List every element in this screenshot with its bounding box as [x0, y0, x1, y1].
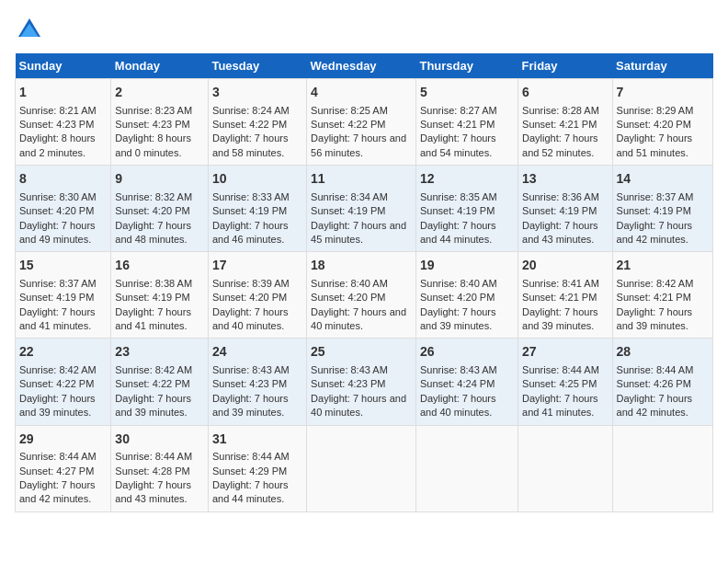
sunset: Sunset: 4:19 PM: [311, 204, 412, 218]
daylight: Daylight: 7 hours and 48 minutes.: [115, 219, 204, 247]
day-number: 7: [617, 84, 709, 102]
day-number: 4: [311, 84, 412, 102]
sunset: Sunset: 4:20 PM: [420, 291, 514, 304]
calendar-cell: 24Sunrise: 8:43 AMSunset: 4:23 PMDayligh…: [208, 339, 306, 425]
sunrise: Sunrise: 8:42 AM: [115, 363, 204, 377]
sunrise: Sunrise: 8:37 AM: [617, 190, 709, 204]
logo: [15, 15, 48, 44]
sunrise: Sunrise: 8:42 AM: [19, 363, 107, 377]
calendar-cell: 7Sunrise: 8:29 AMSunset: 4:20 PMDaylight…: [612, 79, 712, 166]
sunset: Sunset: 4:24 PM: [420, 377, 514, 391]
sunrise: Sunrise: 8:30 AM: [19, 190, 107, 204]
daylight: Daylight: 7 hours and 43 minutes.: [522, 219, 609, 247]
calendar-cell: 9Sunrise: 8:32 AMSunset: 4:20 PMDaylight…: [111, 166, 209, 252]
day-number: 17: [212, 257, 302, 275]
calendar-cell: 27Sunrise: 8:44 AMSunset: 4:25 PMDayligh…: [518, 339, 613, 425]
logo-icon: [15, 15, 44, 44]
sunset: Sunset: 4:23 PM: [19, 118, 107, 132]
sunset: Sunset: 4:19 PM: [522, 204, 609, 218]
sunset: Sunset: 4:19 PM: [212, 204, 302, 218]
calendar-cell: 6Sunrise: 8:28 AMSunset: 4:21 PMDaylight…: [518, 79, 613, 166]
calendar-cell: 22Sunrise: 8:42 AMSunset: 4:22 PMDayligh…: [16, 339, 111, 425]
sunrise: Sunrise: 8:34 AM: [311, 190, 412, 204]
calendar-cell: 19Sunrise: 8:40 AMSunset: 4:20 PMDayligh…: [415, 252, 518, 339]
day-number: 25: [311, 343, 412, 362]
calendar-cell: [415, 425, 518, 511]
sunset: Sunset: 4:20 PM: [212, 291, 302, 304]
day-number: 12: [420, 170, 514, 189]
sunset: Sunset: 4:22 PM: [212, 118, 302, 132]
calendar-cell: [518, 425, 613, 511]
sunset: Sunset: 4:21 PM: [420, 118, 514, 132]
daylight: Daylight: 7 hours and 42 minutes.: [617, 392, 709, 420]
calendar-week-0: 1Sunrise: 8:21 AMSunset: 4:23 PMDaylight…: [16, 79, 713, 166]
sunset: Sunset: 4:19 PM: [420, 204, 514, 218]
daylight: Daylight: 7 hours and 41 minutes.: [19, 305, 107, 334]
sunset: Sunset: 4:21 PM: [522, 118, 609, 132]
day-number: 16: [115, 257, 204, 275]
day-number: 23: [115, 343, 204, 362]
sunset: Sunset: 4:29 PM: [212, 465, 302, 478]
sunrise: Sunrise: 8:32 AM: [115, 190, 204, 204]
daylight: Daylight: 7 hours and 44 minutes.: [212, 478, 302, 507]
daylight: Daylight: 7 hours and 42 minutes.: [617, 219, 709, 247]
calendar-cell: 25Sunrise: 8:43 AMSunset: 4:23 PMDayligh…: [307, 339, 416, 425]
sunset: Sunset: 4:23 PM: [311, 377, 412, 391]
daylight: Daylight: 7 hours and 46 minutes.: [212, 219, 302, 247]
daylight: Daylight: 7 hours and 45 minutes.: [311, 219, 412, 247]
daylight: Daylight: 7 hours and 39 minutes.: [212, 392, 302, 420]
day-number: 20: [522, 257, 609, 275]
daylight: Daylight: 7 hours and 41 minutes.: [522, 392, 609, 420]
sunset: Sunset: 4:19 PM: [19, 291, 107, 304]
calendar-week-1: 8Sunrise: 8:30 AMSunset: 4:20 PMDaylight…: [16, 166, 713, 252]
sunrise: Sunrise: 8:42 AM: [617, 277, 709, 291]
daylight: Daylight: 7 hours and 56 minutes.: [311, 132, 412, 160]
day-number: 31: [212, 431, 302, 449]
day-number: 15: [19, 257, 107, 275]
calendar-cell: 12Sunrise: 8:35 AMSunset: 4:19 PMDayligh…: [415, 166, 518, 252]
sunrise: Sunrise: 8:44 AM: [212, 450, 302, 464]
daylight: Daylight: 7 hours and 40 minutes.: [420, 392, 514, 420]
daylight: Daylight: 7 hours and 39 minutes.: [522, 305, 609, 334]
sunrise: Sunrise: 8:41 AM: [522, 277, 609, 291]
sunrise: Sunrise: 8:25 AM: [311, 104, 412, 118]
calendar-cell: 11Sunrise: 8:34 AMSunset: 4:19 PMDayligh…: [307, 166, 416, 252]
sunset: Sunset: 4:20 PM: [115, 204, 204, 218]
calendar-cell: 5Sunrise: 8:27 AMSunset: 4:21 PMDaylight…: [415, 79, 518, 166]
header-row: SundayMondayTuesdayWednesdayThursdayFrid…: [16, 53, 713, 79]
sunset: Sunset: 4:25 PM: [522, 377, 609, 391]
daylight: Daylight: 7 hours and 39 minutes.: [115, 392, 204, 420]
sunrise: Sunrise: 8:21 AM: [19, 104, 107, 118]
sunset: Sunset: 4:20 PM: [311, 291, 412, 304]
daylight: Daylight: 7 hours and 40 minutes.: [311, 305, 412, 334]
day-number: 6: [522, 84, 609, 102]
daylight: Daylight: 7 hours and 40 minutes.: [311, 392, 412, 420]
day-number: 28: [617, 343, 709, 362]
sunrise: Sunrise: 8:44 AM: [522, 363, 609, 377]
calendar-cell: 17Sunrise: 8:39 AMSunset: 4:20 PMDayligh…: [208, 252, 306, 339]
sunrise: Sunrise: 8:39 AM: [212, 277, 302, 291]
calendar-cell: 26Sunrise: 8:43 AMSunset: 4:24 PMDayligh…: [415, 339, 518, 425]
day-number: 14: [617, 170, 709, 189]
calendar-cell: 15Sunrise: 8:37 AMSunset: 4:19 PMDayligh…: [16, 252, 111, 339]
header-monday: Monday: [111, 53, 209, 79]
day-number: 24: [212, 343, 302, 362]
sunset: Sunset: 4:20 PM: [617, 118, 709, 132]
day-number: 19: [420, 257, 514, 275]
day-number: 26: [420, 343, 514, 362]
header-friday: Friday: [518, 53, 613, 79]
sunrise: Sunrise: 8:43 AM: [420, 363, 514, 377]
daylight: Daylight: 7 hours and 40 minutes.: [212, 305, 302, 334]
sunset: Sunset: 4:22 PM: [115, 377, 204, 391]
calendar-table: SundayMondayTuesdayWednesdayThursdayFrid…: [15, 53, 713, 512]
calendar-week-4: 29Sunrise: 8:44 AMSunset: 4:27 PMDayligh…: [16, 425, 713, 511]
header-thursday: Thursday: [415, 53, 518, 79]
day-number: 11: [311, 170, 412, 189]
sunrise: Sunrise: 8:37 AM: [19, 277, 107, 291]
sunrise: Sunrise: 8:43 AM: [311, 363, 412, 377]
sunrise: Sunrise: 8:28 AM: [522, 104, 609, 118]
header-tuesday: Tuesday: [208, 53, 306, 79]
sunrise: Sunrise: 8:24 AM: [212, 104, 302, 118]
sunset: Sunset: 4:21 PM: [522, 291, 609, 304]
calendar-cell: [307, 425, 416, 511]
